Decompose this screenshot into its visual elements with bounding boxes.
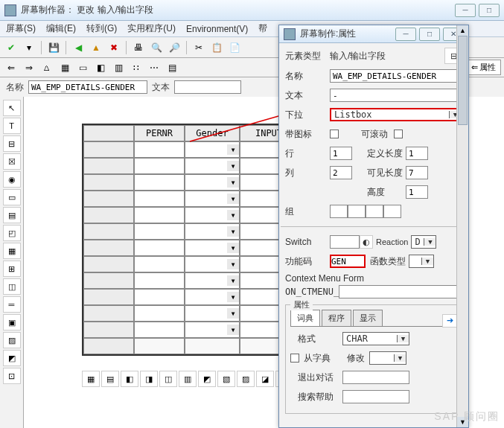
from-dict-checkbox[interactable] (290, 354, 299, 362)
grid-btn-6[interactable]: ▥ (179, 371, 197, 387)
paste-icon[interactable]: 📄 (226, 39, 243, 56)
grid-btn-8[interactable]: ▧ (217, 371, 235, 387)
menu-utilities[interactable]: 实用程序(U) (127, 22, 176, 35)
tb-icon-6[interactable]: ▤ (164, 60, 180, 76)
grid-btn-4[interactable]: ◨ (140, 371, 158, 387)
group-input-2[interactable] (348, 205, 366, 218)
modify-select[interactable]: ▼ (369, 351, 406, 365)
cut-icon[interactable]: ✂ (191, 39, 207, 56)
prop-text-input[interactable] (330, 89, 462, 102)
grid-btn-1[interactable]: ▦ (82, 371, 100, 387)
name-input[interactable] (28, 80, 147, 94)
funccode-input[interactable] (330, 255, 366, 268)
test-icon[interactable]: ▦ (57, 60, 73, 76)
custom-tool-icon[interactable]: ◫ (3, 278, 21, 295)
menu-edit[interactable]: 编辑(E) (46, 22, 76, 35)
grid-btn-5[interactable]: ◫ (159, 371, 177, 387)
dropdown-label: 下拉 (285, 109, 330, 121)
arrow-right-icon[interactable]: ⇒ (21, 60, 37, 76)
gender-cell[interactable]: ▾ (185, 141, 240, 158)
save-icon[interactable]: 💾 (45, 39, 62, 56)
button-tool-icon[interactable]: ▭ (3, 189, 21, 205)
copy-icon[interactable]: 📋 (208, 39, 225, 56)
menu-goto[interactable]: 转到(G) (86, 22, 117, 35)
tool-4-icon[interactable]: ⊡ (3, 368, 21, 384)
tab-program[interactable]: 程序 (322, 310, 351, 326)
find-next-icon[interactable]: 🔎 (166, 39, 182, 56)
attributes-group: 属性 词典 程序 显示 ➔ 格式 CHAR▼ 从字典 修改 ▼ 退出对话 (285, 304, 462, 414)
cancel-icon[interactable]: ✖ (106, 39, 122, 56)
tab-dictionary[interactable]: 词典 (290, 310, 320, 326)
group-input-1[interactable] (330, 205, 348, 218)
maximize-button[interactable]: □ (479, 4, 500, 17)
find-icon[interactable]: 🔍 (148, 39, 165, 56)
input-tool-icon[interactable]: ⊟ (3, 135, 21, 152)
col-input[interactable] (330, 166, 352, 179)
prop-minimize-button[interactable]: ─ (395, 28, 416, 41)
radio-tool-icon[interactable]: ◉ (3, 171, 21, 188)
prop-scrollbar[interactable]: ▲ ▼ (456, 25, 468, 427)
table-tool-icon[interactable]: ⊞ (3, 261, 21, 277)
tb-icon-1[interactable]: ▭ (74, 60, 91, 76)
minimize-button[interactable]: ─ (455, 4, 476, 17)
checkbox-tool-icon[interactable]: ☒ (3, 153, 21, 170)
height-input[interactable] (406, 185, 428, 199)
print-icon[interactable]: 🖶 (130, 39, 147, 56)
menu-screen[interactable]: 屏幕(S) (6, 22, 36, 35)
properties-button[interactable]: ⇐ 属性 (466, 60, 501, 75)
scrollable-checkbox[interactable] (394, 130, 403, 138)
cursor-tool-icon[interactable]: ↖ (3, 100, 21, 116)
col-pernr[interactable]: PERNR (134, 125, 185, 141)
group-label: 组 (285, 205, 330, 218)
group-input-4[interactable] (383, 205, 401, 218)
vis-len-input[interactable] (406, 166, 428, 179)
tb-icon-2[interactable]: ◧ (92, 60, 109, 76)
exit-conv-input[interactable] (342, 371, 409, 384)
check-icon[interactable]: ✔ (3, 39, 19, 56)
text-input[interactable] (174, 80, 241, 94)
with-icon-checkbox[interactable] (330, 130, 339, 138)
arrow-left-icon[interactable]: ⇐ (3, 60, 19, 76)
tool-2-icon[interactable]: ▨ (3, 332, 21, 348)
tab-tool-icon[interactable]: ▤ (3, 207, 21, 223)
text-tool-icon[interactable]: T (3, 118, 21, 134)
tool-1-icon[interactable]: ▣ (3, 314, 21, 330)
prop-maximize-button[interactable]: □ (419, 28, 440, 41)
grid-btn-9[interactable]: ▨ (237, 371, 255, 387)
box-tool-icon[interactable]: ◰ (3, 225, 21, 241)
dropdown-select[interactable]: Listbox▼ (330, 108, 462, 121)
grid-btn-7[interactable]: ◩ (198, 371, 216, 387)
col-gender[interactable]: Gender (185, 125, 240, 141)
reaction-select[interactable]: D▼ (411, 235, 436, 249)
menu-help[interactable]: 帮 (258, 22, 267, 35)
toolbar-dropdown[interactable]: ▾ (21, 39, 37, 56)
switch-input[interactable] (330, 235, 360, 249)
tab-display[interactable]: 显示 (353, 310, 383, 326)
ctxmenu-input[interactable] (339, 285, 462, 298)
group-input-3[interactable] (366, 205, 383, 218)
tb-icon-4[interactable]: ∷ (128, 60, 144, 76)
back-icon[interactable]: ◀ (70, 39, 86, 56)
tb-icon-3[interactable]: ▥ (110, 60, 127, 76)
switch-label: Switch (285, 237, 330, 247)
functype-select[interactable]: ▼ (409, 255, 434, 268)
subscreen-tool-icon[interactable]: ▦ (3, 243, 21, 259)
activate-icon[interactable]: 🜂 (39, 60, 55, 76)
row-input[interactable] (330, 147, 352, 160)
prop-name-input[interactable] (330, 69, 462, 83)
grid-btn-2[interactable]: ▤ (101, 371, 119, 387)
def-len-input[interactable] (406, 147, 428, 160)
format-select[interactable]: CHAR▼ (342, 332, 409, 345)
grid-btn-3[interactable]: ◧ (121, 371, 138, 387)
status-tool-icon[interactable]: ═ (3, 296, 21, 313)
layout-table[interactable]: PERNR Gender INPUT ▾ ▾ ▾ ▾ ▾ ▾ ▾ ▾ ▾ ▾ ▾… (82, 124, 299, 356)
up-icon[interactable]: ▲ (88, 39, 104, 56)
grid-btn-10[interactable]: ◪ (256, 371, 274, 387)
tool-3-icon[interactable]: ◩ (3, 350, 21, 366)
tb-icon-5[interactable]: ⋯ (146, 60, 162, 76)
switch-button[interactable]: ◐ (360, 235, 373, 249)
menu-environment[interactable]: Environment(V) (186, 24, 248, 34)
prop-name-label: 名称 (285, 70, 330, 83)
tab-next-button[interactable]: ➔ (442, 314, 457, 328)
search-help-input[interactable] (342, 390, 409, 403)
